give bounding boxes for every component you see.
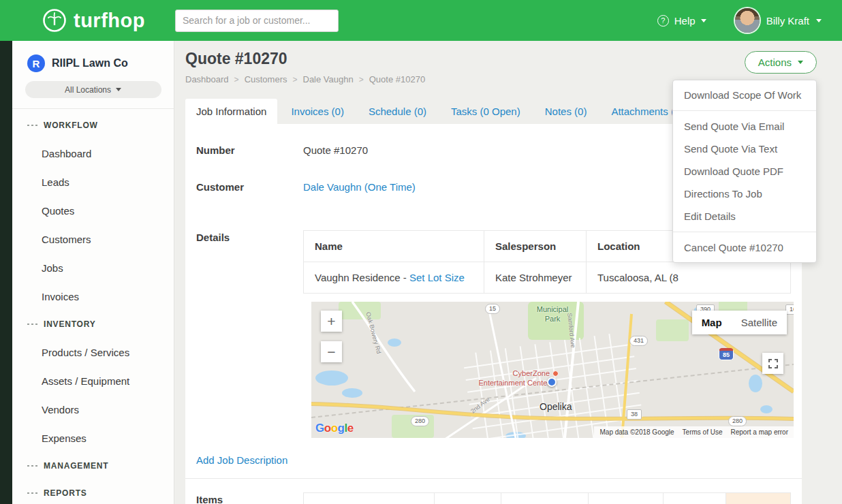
items-header-product-service: Product / Service — [304, 493, 435, 504]
sidebar-item-vendors[interactable]: Vendors — [12, 395, 174, 424]
menu-divider — [673, 232, 816, 232]
map-attribution: Map data ©2018 Google Terms of Use Repor… — [594, 426, 794, 438]
add-job-description-link[interactable]: Add Job Description — [196, 454, 287, 466]
number-label: Number — [196, 143, 303, 156]
breadcrumb-separator-icon — [292, 74, 297, 84]
map-label-opelika: Opelika — [540, 401, 572, 412]
breadcrumb-customer-name[interactable]: Dale Vaughn — [303, 74, 354, 84]
sidebar-item-expenses[interactable]: Expenses — [12, 424, 174, 452]
items-row: Items Product / Service Quantity Price S… — [185, 479, 802, 504]
sidebar-item-jobs[interactable]: Jobs — [12, 253, 174, 282]
breadcrumb-separator-icon — [234, 74, 239, 84]
section-dashes-icon — [27, 324, 37, 325]
number-value: Quote #10270 — [303, 143, 368, 156]
sidebar-item-assets-equipment[interactable]: Assets / Equipment — [12, 366, 174, 395]
menu-item-directions-to-job[interactable]: Directions To Job — [673, 183, 816, 205]
items-table: Product / Service Quantity Price Subtota… — [303, 492, 791, 504]
section-management[interactable]: MANAGEMENT — [12, 452, 174, 479]
company-header[interactable]: R RIIPL Lawn Co — [12, 41, 174, 72]
avatar — [735, 8, 760, 33]
items-header-total: Total — [726, 493, 791, 504]
sidebar-item-dashboard[interactable]: Dashboard — [12, 139, 174, 168]
fullscreen-icon — [768, 359, 778, 368]
customer-type-link[interactable]: (One Time) — [364, 181, 416, 193]
menu-item-edit-details[interactable]: Edit Details — [673, 205, 816, 227]
global-search-input[interactable] — [175, 10, 339, 32]
top-header: turfhop ? Help Billy Kraft — [0, 0, 842, 41]
user-name: Billy Kraft — [766, 15, 809, 27]
brand-logo[interactable]: turfhop — [41, 7, 145, 34]
chevron-down-icon — [798, 61, 803, 64]
chevron-down-icon — [116, 88, 121, 91]
menu-item-send-quote-email[interactable]: Send Quote Via Email — [673, 115, 816, 138]
details-cell-salesperson: Kate Strohmeyer — [484, 262, 587, 294]
map-type-satellite-button[interactable]: Satellite — [732, 317, 787, 328]
turfhop-logo-icon — [41, 7, 68, 34]
sidebar-item-quotes[interactable]: Quotes — [12, 196, 174, 225]
breadcrumb-dashboard[interactable]: Dashboard — [185, 74, 229, 84]
set-lot-size-link[interactable]: Set Lot Size — [409, 272, 465, 283]
menu-divider — [673, 110, 816, 111]
menu-item-cancel-quote[interactable]: Cancel Quote #10270 — [673, 236, 816, 259]
breadcrumb-customers[interactable]: Customers — [245, 74, 287, 84]
menu-item-download-quote-pdf[interactable]: Download Quote PDF — [673, 160, 816, 183]
items-label: Items — [196, 492, 303, 504]
job-location-map[interactable]: Municipal Park CyberZone Entertainment C… — [311, 302, 794, 438]
menu-item-download-scope[interactable]: Download Scope Of Work — [673, 84, 816, 106]
tab-job-information[interactable]: Job Information — [185, 99, 277, 124]
google-logo[interactable]: Google — [315, 422, 354, 435]
brand-name: turfhop — [74, 10, 145, 32]
main-content: Quote #10270 Dashboard Customers Dale Va… — [174, 41, 842, 504]
details-label: Details — [196, 230, 303, 243]
items-header-price: Price — [501, 493, 589, 504]
map-data-credit: Map data ©2018 Google — [599, 428, 674, 436]
customer-name-link[interactable]: Dale Vaughn — [303, 181, 362, 193]
section-workflow[interactable]: WORKFLOW — [12, 112, 174, 139]
tab-tasks[interactable]: Tasks (0 Open) — [440, 99, 531, 124]
route-shield-280-east: 280 — [728, 416, 747, 426]
actions-dropdown-menu: Download Scope Of Work Send Quote Via Em… — [672, 80, 817, 263]
sidebar-item-leads[interactable]: Leads — [12, 168, 174, 196]
user-menu[interactable]: Billy Kraft — [735, 8, 822, 33]
map-zoom-in-button[interactable]: + — [321, 311, 342, 332]
section-reports[interactable]: REPORTS — [12, 479, 174, 504]
company-logo-icon: R — [27, 54, 45, 72]
section-dashes-icon — [27, 125, 37, 126]
map-fullscreen-button[interactable] — [762, 353, 783, 374]
sidebar-item-products-services[interactable]: Products / Services — [12, 338, 174, 366]
page-title: Quote #10270 — [185, 50, 842, 68]
tab-schedule[interactable]: Schedule (0) — [358, 99, 437, 124]
map-type-map-button[interactable]: Map — [692, 317, 732, 328]
help-menu[interactable]: ? Help — [657, 15, 706, 27]
terms-of-use-link[interactable]: Terms of Use — [683, 428, 723, 436]
details-cell-location: Tuscaloosa, AL (8 — [587, 262, 791, 294]
actions-button[interactable]: Actions — [745, 51, 817, 74]
map-zoom-out-button[interactable]: − — [321, 341, 342, 362]
route-shield-431: 431 — [629, 336, 648, 346]
details-table-row: Vaughn Residence - Set Lot Size Kate Str… — [304, 262, 791, 294]
sidebar-edge-strip — [0, 41, 12, 504]
question-circle-icon: ? — [657, 15, 669, 27]
menu-item-send-quote-text[interactable]: Send Quote Via Text — [673, 138, 816, 160]
sidebar-item-customers[interactable]: Customers — [12, 225, 174, 253]
page-header: Quote #10270 Dashboard Customers Dale Va… — [174, 41, 842, 84]
items-header-subtotal: Subtotal — [589, 493, 664, 504]
map-label-cyberzone: CyberZone Entertainment Center — [448, 368, 550, 388]
details-header-salesperson: Salesperson — [484, 231, 587, 262]
company-name: RIIPL Lawn Co — [52, 57, 128, 69]
tab-invoices[interactable]: Invoices (0) — [280, 99, 355, 124]
route-shield-15: 15 — [485, 304, 500, 314]
section-inventory[interactable]: INVENTORY — [12, 311, 174, 338]
section-dashes-icon — [27, 465, 37, 467]
report-map-error-link[interactable]: Report a map error — [731, 428, 788, 436]
job-location-marker[interactable] — [547, 377, 557, 387]
chevron-down-icon — [816, 19, 822, 22]
interstate-shield-85: 85 — [719, 348, 734, 360]
tab-notes[interactable]: Notes (0) — [534, 99, 598, 124]
sidebar-item-invoices[interactable]: Invoices — [12, 282, 174, 311]
details-header-name: Name — [304, 231, 484, 262]
map-type-control: Map Satellite — [692, 311, 787, 334]
locations-selector[interactable]: All Locations — [25, 81, 161, 98]
locations-label: All Locations — [65, 85, 111, 95]
items-header-tax: Tax — [664, 493, 726, 504]
